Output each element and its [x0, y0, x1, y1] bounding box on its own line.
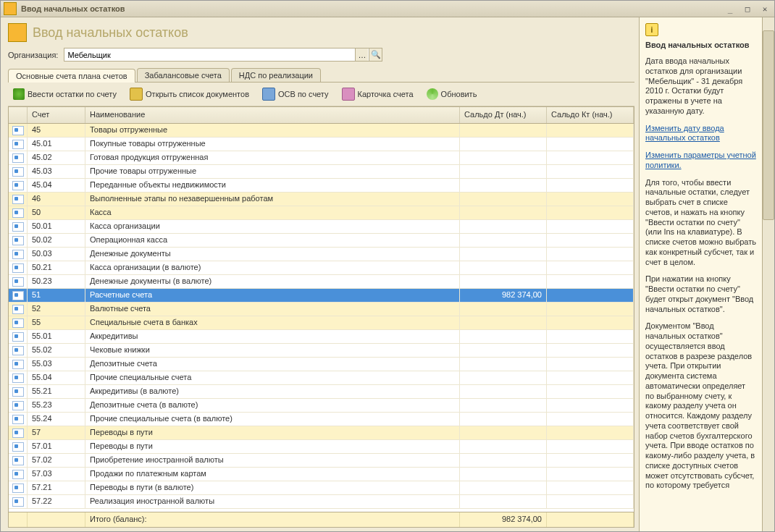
table-row[interactable]: 50.02Операционная касса [9, 234, 634, 248]
cell-debit [460, 426, 547, 439]
table-row[interactable]: 55.24Прочие специальные счета (в валюте) [9, 413, 634, 426]
cell-account: 57 [28, 426, 85, 439]
cell-debit [460, 440, 547, 453]
table-row[interactable]: 45Товары отгруженные [9, 124, 634, 138]
table-row[interactable]: 45.03Прочие товары отгруженные [9, 165, 634, 179]
help-scrollbar[interactable] [762, 17, 774, 532]
page-title: Ввод начальных остатков [33, 25, 188, 41]
row-icon-cell [9, 138, 28, 151]
cell-account: 45.04 [28, 179, 85, 192]
table-row[interactable]: 57.01Переводы в пути [9, 440, 634, 454]
tab-2[interactable]: НДС по реализации [231, 68, 321, 82]
cell-debit [460, 495, 547, 508]
table-row[interactable]: 55.03Депозитные счета [9, 358, 634, 371]
row-icon-cell [9, 124, 28, 137]
osv-button[interactable]: ОСВ по счету [257, 85, 334, 103]
link-change-date[interactable]: Изменить дату ввода начальных остатков [645, 124, 724, 143]
account-card-button[interactable]: Карточка счета [337, 85, 419, 103]
table-row[interactable]: 50.01Касса организации [9, 220, 634, 234]
tab-0[interactable]: Основные счета плана счетов [8, 69, 135, 83]
table-row[interactable]: 55.21Аккредитивы (в валюте) [9, 385, 634, 399]
tab-bar: Основные счета плана счетовЗабалансовые … [8, 66, 634, 83]
table-row[interactable]: 57.22Реализация иностранной валюты [9, 495, 634, 509]
account-icon [12, 222, 24, 232]
col-account[interactable]: Счет [28, 107, 85, 123]
cell-account: 55 [28, 316, 85, 329]
row-icon-cell [9, 289, 28, 302]
add-balances-button[interactable]: Ввести остатки по счету [8, 86, 122, 102]
close-button[interactable]: ✕ [758, 4, 771, 14]
table-row[interactable]: 52Валютные счета [9, 303, 634, 316]
table-row[interactable]: 51Расчетные счета982 374,00 [9, 289, 634, 303]
table-row[interactable]: 50.03Денежные документы [9, 248, 634, 261]
cell-debit [460, 468, 547, 481]
table-row[interactable]: 55.02Чековые книжки [9, 344, 634, 358]
account-icon [12, 415, 24, 424]
refresh-button[interactable]: Обновить [422, 86, 482, 102]
account-icon [12, 456, 24, 465]
org-lookup-button[interactable]: … [355, 48, 368, 61]
col-name[interactable]: Наименование [85, 107, 460, 123]
cell-credit [547, 138, 634, 151]
account-icon [12, 153, 24, 163]
info-icon: i [645, 23, 658, 36]
cell-debit [460, 179, 547, 192]
cell-credit [547, 413, 634, 426]
row-icon-cell [9, 426, 28, 439]
table-row[interactable]: 50.21Касса организации (в валюте) [9, 261, 634, 275]
footer-debit: 982 374,00 [460, 512, 547, 527]
cell-account: 57.01 [28, 440, 85, 453]
window-title: Ввод начальных остатков [21, 4, 125, 13]
cell-account: 55.02 [28, 344, 85, 357]
table-row[interactable]: 50Касса [9, 206, 634, 220]
col-credit[interactable]: Сальдо Кт (нач.) [547, 107, 634, 123]
table-row[interactable]: 46Выполненные этапы по незавершенным раб… [9, 193, 634, 206]
org-search-button[interactable]: 🔍 [369, 48, 382, 61]
cell-debit [460, 165, 547, 178]
table-row[interactable]: 45.04Переданные объекты недвижимости [9, 179, 634, 193]
account-icon [12, 140, 24, 149]
cell-name: Продажи по платежным картам [85, 468, 460, 481]
cell-credit [547, 316, 634, 329]
org-input[interactable] [64, 48, 382, 62]
cell-account: 57.03 [28, 468, 85, 481]
table-row[interactable]: 50.23Денежные документы (в валюте) [9, 275, 634, 289]
minimize-button[interactable]: _ [724, 4, 737, 14]
cell-credit [547, 193, 634, 206]
help-text: Документом "Ввод начальных остатков" осу… [645, 321, 756, 491]
table-row[interactable]: 45.01Покупные товары отгруженные [9, 138, 634, 151]
table-row[interactable]: 57Переводы в пути [9, 426, 634, 440]
cell-credit [547, 454, 634, 467]
row-icon-cell [9, 344, 28, 357]
cell-name: Покупные товары отгруженные [85, 138, 460, 151]
account-icon [12, 442, 24, 452]
table-row[interactable]: 57.03Продажи по платежным картам [9, 468, 634, 481]
table-row[interactable]: 55.04Прочие специальные счета [9, 371, 634, 385]
table-row[interactable]: 55Специальные счета в банках [9, 316, 634, 330]
cell-account: 50 [28, 206, 85, 219]
cell-account: 50.23 [28, 275, 85, 288]
tab-1[interactable]: Забалансовые счета [137, 68, 230, 82]
table-row[interactable]: 57.02Приобретение иностранной валюты [9, 454, 634, 468]
account-icon [12, 373, 24, 383]
col-debit[interactable]: Сальдо Дт (нач.) [460, 107, 547, 123]
cell-credit [547, 248, 634, 261]
open-doclist-button[interactable]: Открыть список документов [125, 85, 254, 103]
grid-body[interactable]: 45Товары отгруженные45.01Покупные товары… [9, 124, 634, 512]
maximize-button[interactable]: □ [741, 4, 754, 14]
refresh-icon [427, 88, 438, 100]
table-row[interactable]: 55.01Аккредитивы [9, 330, 634, 344]
link-change-policy[interactable]: Изменить параметры учетной политики. [645, 151, 756, 169]
cell-debit [460, 385, 547, 398]
cell-debit [460, 344, 547, 357]
cell-account: 57.02 [28, 454, 85, 467]
row-icon-cell [9, 358, 28, 371]
cell-name: Депозитные счета (в валюте) [85, 399, 460, 412]
table-row[interactable]: 55.23Депозитные счета (в валюте) [9, 399, 634, 413]
table-row[interactable]: 45.02Готовая продукция отгруженная [9, 151, 634, 165]
cell-account: 57.21 [28, 481, 85, 494]
cell-debit [460, 481, 547, 494]
cell-account: 55.04 [28, 371, 85, 384]
cell-name: Денежные документы [85, 248, 460, 261]
table-row[interactable]: 57.21Переводы в пути (в валюте) [9, 481, 634, 495]
